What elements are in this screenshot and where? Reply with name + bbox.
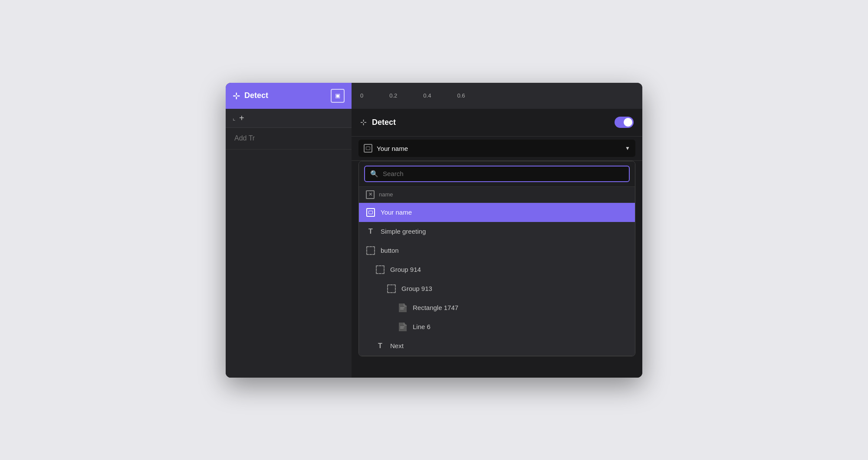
item-label-group-913: Group 913 <box>401 285 432 292</box>
timeline-area: 0 0.2 0.4 0.6 <box>352 83 642 109</box>
top-bar-left: ⊹ Detect ▣ <box>226 83 352 109</box>
item-label-button: button <box>381 247 399 254</box>
add-button[interactable]: + <box>239 113 244 123</box>
list-item[interactable]: Group 913 <box>359 279 635 298</box>
app-container: ⊹ Detect ▣ 0 0.2 0.4 0.6 ⌞ + Add T <box>226 83 642 378</box>
add-tracker-row[interactable]: Add Tr <box>226 128 352 150</box>
x-icon: ✕ <box>366 190 375 199</box>
name-section-text: name <box>379 191 393 198</box>
dropdown-label: Your name <box>377 145 621 152</box>
timeline-marks: 0 0.2 0.4 0.6 <box>360 92 465 99</box>
document-icon-line <box>398 322 408 332</box>
sidebar-toolbar: ⌞ + <box>226 109 352 128</box>
dashed-icon-shape <box>387 284 396 293</box>
dashed-icon-group914 <box>375 265 385 274</box>
list-item[interactable]: T Next <box>359 336 635 356</box>
document-icon-rect <box>398 303 408 313</box>
detect-panel-header: ⊹ Detect <box>352 109 642 137</box>
search-input[interactable] <box>383 170 624 177</box>
sidebar: ⌞ + Add Tr <box>226 109 352 378</box>
timeline-mark-3: 0.6 <box>457 92 465 99</box>
frame-icon <box>366 208 375 217</box>
list-item[interactable]: button <box>359 241 635 260</box>
dropdown-popup: 🔍 ✕ name <box>358 161 635 356</box>
search-container: 🔍 <box>359 161 635 187</box>
panel-toggle-button[interactable]: ▣ <box>331 89 345 103</box>
detect-panel-title: Detect <box>372 118 609 127</box>
item-label-group-914: Group 914 <box>390 266 421 273</box>
dashed-icon <box>366 246 375 255</box>
top-bar-title: Detect <box>244 91 326 100</box>
item-label-next: Next <box>390 342 404 349</box>
svg-rect-2 <box>400 326 404 327</box>
item-label-your-name: Your name <box>381 209 412 216</box>
dropdown-selector[interactable]: Your name ▼ <box>358 140 635 157</box>
dropdown-arrow-icon: ▼ <box>625 145 630 151</box>
dropdown-frame-inner <box>366 147 370 150</box>
timeline-mark-2: 0.4 <box>423 92 431 99</box>
sidebar-content: Add Tr <box>226 128 352 378</box>
svg-rect-3 <box>400 328 404 329</box>
right-panel: ⊹ Detect Your name ▼ 🔍 <box>352 109 642 378</box>
add-tracker-label: Add Tr <box>234 134 255 142</box>
list-section: Your name T Simple greeting <box>359 203 635 356</box>
timeline-mark-0: 0 <box>360 92 363 99</box>
text-icon: T <box>366 227 375 236</box>
frame-icon-shape <box>366 208 375 217</box>
list-item[interactable]: Rectangle 1747 <box>359 298 635 317</box>
dropdown-frame-icon <box>364 144 372 153</box>
svg-rect-0 <box>400 307 404 308</box>
detect-crosshair-icon: ⊹ <box>233 91 240 101</box>
dashed-icon-group913 <box>387 284 396 294</box>
list-item[interactable]: Line 6 <box>359 317 635 336</box>
list-item[interactable]: Group 914 <box>359 260 635 279</box>
item-label-line-6: Line 6 <box>413 323 431 330</box>
search-icon: 🔍 <box>370 170 378 178</box>
list-item[interactable]: T Simple greeting <box>359 222 635 241</box>
document-icon-svg <box>399 303 407 312</box>
frame-icon-inner <box>368 211 373 214</box>
item-label-simple-greeting: Simple greeting <box>381 228 426 235</box>
text-icon-next: T <box>375 341 385 351</box>
dashed-icon-shape <box>376 265 385 274</box>
document-icon-line-svg <box>399 323 407 331</box>
main-content: ⌞ + Add Tr ⊹ Detect <box>226 109 642 378</box>
corner-icon: ⌞ <box>233 114 236 121</box>
item-label-rectangle-1747: Rectangle 1747 <box>413 304 458 311</box>
search-input-wrapper[interactable]: 🔍 <box>364 166 630 182</box>
svg-rect-1 <box>400 309 404 310</box>
timeline-mark-1: 0.2 <box>389 92 397 99</box>
dropdown-row: Your name ▼ <box>352 137 642 161</box>
detect-toggle[interactable] <box>615 117 634 128</box>
list-item[interactable]: Your name <box>359 203 635 222</box>
name-section-label: ✕ name <box>359 187 635 203</box>
text-icon-t-next: T <box>378 342 382 350</box>
detect-panel-crosshair-icon: ⊹ <box>360 117 367 127</box>
text-icon-t: T <box>368 228 373 235</box>
top-bar: ⊹ Detect ▣ 0 0.2 0.4 0.6 <box>226 83 642 109</box>
dashed-icon-shape <box>366 246 375 255</box>
panel-icon: ▣ <box>335 92 340 99</box>
